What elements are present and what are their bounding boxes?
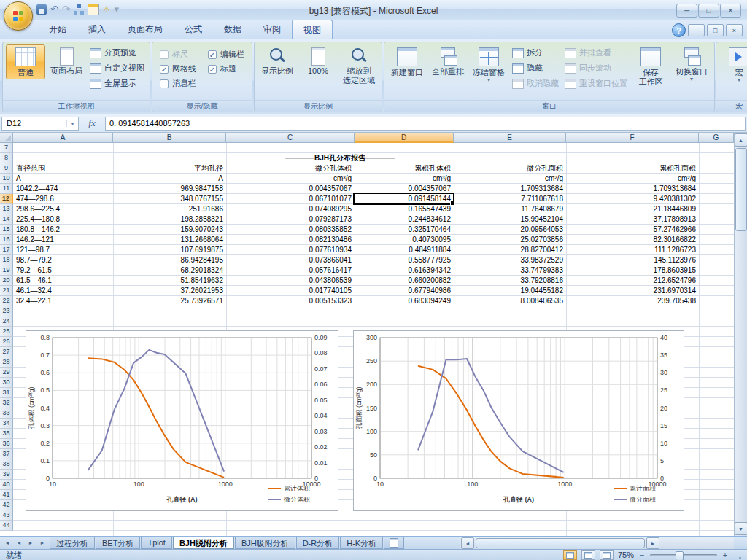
- pore-area-chart[interactable]: 0501001502002503000510152025303540101001…: [353, 330, 684, 511]
- next-sheet-icon[interactable]: ►: [26, 538, 36, 548]
- full-screen-button[interactable]: 全屏显示: [88, 77, 147, 90]
- cell[interactable]: 251.91686: [113, 204, 226, 214]
- cell[interactable]: 0.080335852: [226, 225, 355, 235]
- cell[interactable]: 0.325170464: [355, 225, 454, 235]
- cell[interactable]: 107.6919875: [113, 245, 226, 255]
- ribbon-tab-开始[interactable]: 开始: [38, 20, 77, 39]
- sheet-tab-过程分析[interactable]: 过程分析: [50, 537, 95, 549]
- save-workspace-button[interactable]: 保存 工作区: [631, 44, 670, 89]
- switch-windows-dropdown-icon[interactable]: ▾: [690, 77, 693, 82]
- ribbon-tab-视图[interactable]: 视图: [292, 20, 333, 39]
- cell[interactable]: 37.17898913: [566, 214, 699, 225]
- vertical-scroll-thumb[interactable]: [735, 148, 747, 231]
- cell[interactable]: 微分孔体积: [226, 163, 355, 174]
- cell[interactable]: 直径范围: [13, 163, 113, 174]
- row-header-11[interactable]: 11: [0, 184, 13, 194]
- row-header-28[interactable]: 28: [0, 357, 13, 368]
- zoom-button[interactable]: 显示比例: [258, 44, 297, 78]
- macros-button[interactable]: 宏 ▾: [719, 44, 747, 85]
- warning-icon[interactable]: ⚠: [103, 4, 111, 15]
- cell[interactable]: 33.98372529: [454, 255, 566, 265]
- ruler-checkbox[interactable]: 标尺: [160, 49, 196, 60]
- row-header-31[interactable]: 31: [0, 388, 13, 398]
- row-header-12[interactable]: 12: [0, 194, 13, 204]
- hide-button[interactable]: 隐藏: [510, 62, 561, 74]
- page-layout-view-button[interactable]: 页面布局: [47, 44, 86, 78]
- view-side-by-side-button[interactable]: 并排查看: [562, 47, 630, 59]
- cell[interactable]: 15.99452104: [454, 214, 566, 225]
- cell[interactable]: 0.484911884: [355, 245, 454, 255]
- cell[interactable]: 146.2—121: [13, 235, 113, 245]
- cell[interactable]: 298.6—225.4: [13, 204, 113, 214]
- sheet-tab-BJH吸附分析[interactable]: BJH吸附分析: [235, 537, 295, 549]
- column-header-B[interactable]: B: [113, 133, 226, 143]
- page-break-preview-button[interactable]: 分页预览: [88, 47, 147, 59]
- ribbon-tab-数据[interactable]: 数据: [213, 20, 252, 39]
- cell[interactable]: 0.244834612: [355, 214, 454, 225]
- cell[interactable]: 0.073866041: [226, 255, 355, 265]
- formula-bar-checkbox[interactable]: ✓ 编辑栏: [208, 49, 244, 60]
- row-header-29[interactable]: 29: [0, 368, 13, 378]
- cell[interactable]: 0.660200882: [355, 276, 454, 286]
- freeze-panes-dropdown-icon[interactable]: ▾: [487, 77, 490, 82]
- cell[interactable]: 198.2858321: [113, 214, 226, 225]
- reset-window-position-button[interactable]: 重设窗口位置: [562, 77, 630, 90]
- cell[interactable]: 28.82700412: [454, 245, 566, 255]
- pore-volume-chart[interactable]: 00.10.20.30.40.50.60.70.800.010.020.030.…: [26, 330, 338, 511]
- column-header-A[interactable]: A: [13, 133, 113, 143]
- cell[interactable]: 0.079287173: [226, 214, 355, 225]
- cell[interactable]: 19.04455182: [454, 286, 566, 296]
- insert-worksheet-tab[interactable]: [384, 537, 404, 549]
- column-header-G[interactable]: G: [699, 133, 734, 143]
- close-button[interactable]: ×: [720, 4, 741, 18]
- cell[interactable]: 225.4—180.8: [13, 214, 113, 225]
- zoom-100-button[interactable]: 100%: [298, 44, 338, 78]
- cell[interactable]: 61.5—46.1: [13, 276, 113, 286]
- row-header-8[interactable]: 8: [0, 153, 13, 163]
- cell[interactable]: 37.26021953: [113, 286, 226, 296]
- cell[interactable]: cm²/g: [454, 174, 566, 184]
- previous-sheet-icon[interactable]: ◄: [14, 538, 24, 548]
- row-header-16[interactable]: 16: [0, 235, 13, 245]
- horizontal-scrollbar[interactable]: ◄ ►: [460, 537, 734, 549]
- horizontal-scroll-thumb[interactable]: [476, 538, 645, 548]
- row-header-27[interactable]: 27: [0, 347, 13, 357]
- fill-handle[interactable]: [450, 201, 455, 206]
- insert-function-button[interactable]: fx: [80, 117, 104, 129]
- column-header-F[interactable]: F: [566, 133, 699, 143]
- cell[interactable]: 0.077610934: [226, 245, 355, 255]
- ribbon-tab-插入[interactable]: 插入: [77, 20, 117, 39]
- new-window-button[interactable]: 新建窗口: [387, 44, 427, 79]
- row-header-40[interactable]: 40: [0, 480, 13, 490]
- cell[interactable]: 212.6524796: [566, 276, 699, 286]
- cell[interactable]: 348.0767155: [113, 194, 226, 204]
- cell[interactable]: 0.40730095: [355, 235, 454, 245]
- cell[interactable]: 25.02703856: [454, 235, 566, 245]
- cell[interactable]: 21.18446809: [566, 204, 699, 214]
- sheet-tab-BJH脱附分析[interactable]: BJH脱附分析: [173, 537, 234, 549]
- cell[interactable]: 0.004357067: [226, 184, 355, 194]
- ribbon-tab-审阅[interactable]: 审阅: [252, 20, 292, 39]
- cell[interactable]: 9.420381302: [566, 194, 699, 204]
- row-header-39[interactable]: 39: [0, 470, 13, 480]
- cell[interactable]: 239.705438: [566, 296, 699, 306]
- row-header-35[interactable]: 35: [0, 429, 13, 439]
- redo-icon[interactable]: ↷: [62, 4, 70, 15]
- normal-view-button[interactable]: 普通: [6, 44, 45, 79]
- cell[interactable]: 0.005153323: [226, 296, 355, 306]
- row-header-26[interactable]: 26: [0, 337, 13, 347]
- row-header-17[interactable]: 17: [0, 245, 13, 255]
- cell[interactable]: cm³/g: [226, 174, 355, 184]
- row-header-19[interactable]: 19: [0, 265, 13, 276]
- row-header-13[interactable]: 13: [0, 204, 13, 214]
- cell[interactable]: 1042.2—474: [13, 184, 113, 194]
- maximize-button[interactable]: □: [698, 4, 719, 18]
- cell[interactable]: 0.616394342: [355, 265, 454, 276]
- cell[interactable]: 79.2—61.5: [13, 265, 113, 276]
- cell[interactable]: 1.709313684: [566, 184, 699, 194]
- row-header-41[interactable]: 41: [0, 490, 13, 500]
- sheet-tab-D-R分析[interactable]: D-R分析: [296, 537, 340, 549]
- cell[interactable]: 474—298.6: [13, 194, 113, 204]
- switch-windows-button[interactable]: 切换窗口 ▾: [672, 44, 711, 84]
- row-header-30[interactable]: 30: [0, 378, 13, 388]
